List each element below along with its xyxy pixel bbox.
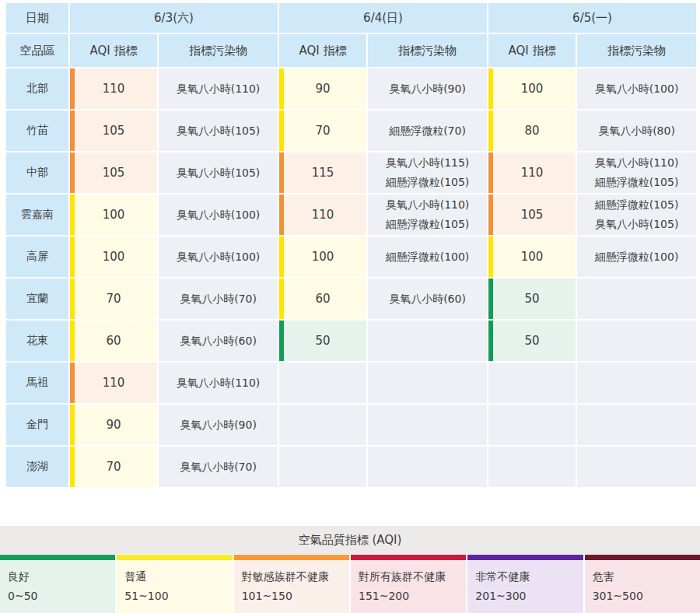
- aqi-value-cell: 110: [488, 152, 576, 193]
- aqi-value: 80: [524, 124, 539, 138]
- pollutant-line: 臭氧八小時(100): [159, 247, 278, 267]
- aqi-level-bar: [279, 363, 284, 403]
- pollutant-cell: 臭氧八小時(115)細懸浮微粒(105): [368, 152, 487, 193]
- pollutant-cell: 臭氧八小時(110)細懸浮微粒(105): [577, 152, 696, 193]
- region-name: 花東: [6, 321, 68, 361]
- aqi-level-bar: [488, 68, 493, 109]
- table-row: 雲嘉南100臭氧八小時(100)110臭氧八小時(110)細懸浮微粒(105)1…: [6, 194, 696, 235]
- aqi-level-bar: [70, 152, 75, 193]
- legend-category: 良好0~50: [0, 555, 115, 613]
- aqi-value: 100: [521, 82, 544, 96]
- pollutant-line: 臭氧八小時(105): [577, 215, 696, 234]
- legend-category: 對敏感族群不健康101~150: [234, 555, 349, 613]
- legend-category-label: 危害: [593, 570, 700, 584]
- aqi-value: 70: [106, 460, 121, 474]
- aqi-level-bar: [70, 68, 75, 109]
- date-header-row: 日期 6/3(六) 6/4(日) 6/5(一): [6, 3, 696, 33]
- pollutant-line: 細懸浮微粒(70): [368, 121, 487, 141]
- aqi-forecast-table: 日期 6/3(六) 6/4(日) 6/5(一) 空品區 AQI 指標 指標污染物…: [5, 2, 698, 489]
- region-col-label: 空品區: [6, 34, 68, 67]
- pollutant-line: 臭氧八小時(80): [577, 121, 696, 141]
- aqi-value-cell: 100: [70, 194, 157, 235]
- aqi-level-bar: [279, 278, 284, 319]
- pollutant-cell: 臭氧八小時(100): [577, 68, 696, 109]
- legend-category-range: 0~50: [8, 590, 115, 602]
- aqi-value: 110: [312, 208, 334, 222]
- pollutant-cell: [577, 278, 696, 319]
- pollutant-cell: [577, 363, 696, 403]
- pollutant-line: 臭氧八小時(115): [368, 153, 487, 173]
- pollutant-line: 臭氧八小時(110): [159, 373, 278, 393]
- region-name: 馬祖: [6, 363, 68, 403]
- legend-category: 對所有族群不健康151~200: [351, 555, 466, 613]
- aqi-level-bar: [488, 321, 493, 361]
- legend-category: 非常不健康201~300: [467, 555, 583, 613]
- aqi-value: 105: [521, 208, 544, 222]
- aqi-value: 50: [524, 334, 539, 348]
- pollutant-col-label-3: 指標污染物: [577, 34, 696, 67]
- region-name: 金門: [6, 405, 68, 445]
- pollutant-line: 細懸浮微粒(100): [368, 247, 487, 267]
- pollutant-cell: 臭氧八小時(105): [159, 152, 278, 193]
- pollutant-cell: 臭氧八小時(80): [577, 110, 696, 151]
- pollutant-line: 臭氧八小時(105): [159, 121, 278, 141]
- aqi-value-cell: 110: [70, 363, 157, 403]
- date-header-3: 6/5(一): [488, 3, 696, 33]
- aqi-level-bar: [488, 236, 493, 277]
- table-row: 宜蘭70臭氧八小時(70)60臭氧八小時(60)50: [6, 278, 696, 319]
- pollutant-col-label-2: 指標污染物: [368, 34, 487, 67]
- aqi-level-bar: [279, 405, 284, 445]
- aqi-value-cell: 110: [279, 194, 366, 235]
- aqi-level-bar: [279, 68, 284, 109]
- pollutant-cell: [368, 447, 487, 487]
- aqi-level-bar: [70, 278, 75, 319]
- pollutant-cell: 臭氧八小時(100): [159, 194, 278, 235]
- pollutant-cell: 臭氧八小時(100): [159, 236, 278, 277]
- region-name: 中部: [6, 152, 68, 193]
- aqi-value-cell: [279, 363, 366, 403]
- aqi-forecast-page: 日期 6/3(六) 6/4(日) 6/5(一) 空品區 AQI 指標 指標污染物…: [0, 2, 700, 613]
- date-header-1: 6/3(六): [70, 3, 278, 33]
- pollutant-cell: [368, 363, 487, 403]
- aqi-value-cell: 100: [70, 236, 157, 277]
- aqi-col-label-3: AQI 指標: [488, 34, 576, 67]
- pollutant-cell: 臭氧八小時(70): [159, 278, 278, 319]
- aqi-value: 100: [312, 250, 334, 264]
- table-row: 竹苗105臭氧八小時(105)70細懸浮微粒(70)80臭氧八小時(80): [6, 110, 696, 151]
- region-name: 北部: [6, 68, 68, 109]
- region-name: 雲嘉南: [6, 194, 68, 235]
- aqi-value-cell: 50: [279, 321, 366, 361]
- pollutant-cell: 細懸浮微粒(105)臭氧八小時(105): [577, 194, 696, 235]
- legend-color-bar: [234, 555, 349, 560]
- legend-color-bar: [467, 555, 583, 560]
- aqi-value-cell: 105: [488, 194, 576, 235]
- aqi-value-cell: 90: [70, 405, 157, 445]
- aqi-value: 110: [103, 376, 125, 390]
- region-name: 宜蘭: [6, 278, 68, 319]
- aqi-level-bar: [488, 363, 493, 403]
- aqi-value: 100: [521, 250, 544, 264]
- pollutant-line: 臭氧八小時(60): [368, 289, 487, 309]
- pollutant-col-label-1: 指標污染物: [159, 34, 278, 67]
- table-row: 花東60臭氧八小時(60)5050: [6, 321, 696, 361]
- legend-category-range: 301~500: [593, 590, 700, 602]
- aqi-level-bar: [488, 405, 493, 445]
- aqi-value: 50: [524, 292, 539, 306]
- aqi-value-cell: [279, 405, 366, 445]
- column-header-row: 空品區 AQI 指標 指標污染物 AQI 指標 指標污染物 AQI 指標 指標污…: [6, 34, 696, 67]
- table-row: 金門90臭氧八小時(90): [6, 405, 696, 445]
- pollutant-line: 臭氧八小時(90): [159, 415, 278, 435]
- aqi-legend: 空氣品質指標 (AQI) 良好0~50普通51~100對敏感族群不健康101~1…: [0, 526, 700, 613]
- aqi-value-cell: 50: [488, 278, 576, 319]
- aqi-value: 115: [312, 166, 334, 180]
- legend-category-range: 51~100: [124, 590, 232, 602]
- table-row: 澎湖70臭氧八小時(70): [6, 447, 696, 487]
- aqi-value: 100: [103, 250, 125, 264]
- pollutant-cell: 臭氧八小時(70): [159, 447, 278, 487]
- date-header-2: 6/4(日): [279, 3, 487, 33]
- pollutant-line: 臭氧八小時(110): [577, 153, 696, 173]
- legend-title: 空氣品質指標 (AQI): [0, 526, 700, 554]
- aqi-value-cell: 70: [279, 110, 366, 151]
- aqi-value: 50: [315, 334, 330, 348]
- aqi-level-bar: [279, 321, 284, 361]
